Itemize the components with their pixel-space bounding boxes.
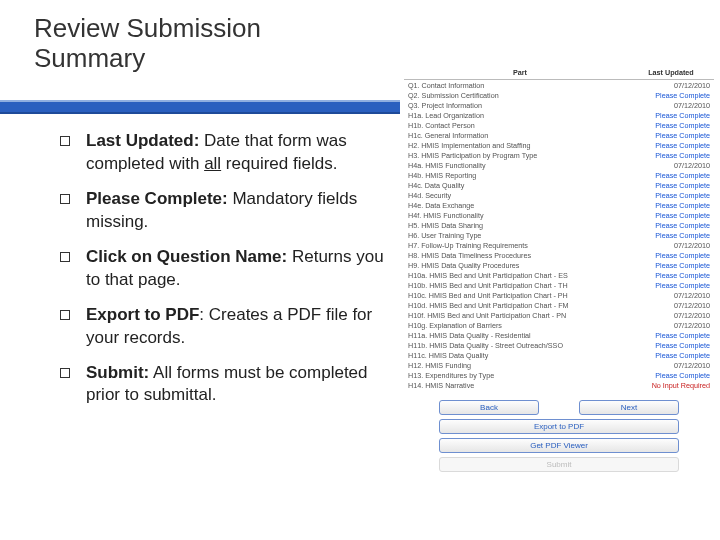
table-row: H10b. HMIS Bed and Unit Participation Ch… <box>404 280 714 290</box>
status-cell: Please Complete <box>632 201 710 210</box>
nav-button-row: Back Next <box>404 400 714 415</box>
table-row: H11a. HMIS Data Quality - ResidentialPle… <box>404 330 714 340</box>
part-name-link[interactable]: Q2. Submission Certification <box>408 91 632 100</box>
status-cell: 07/12/2010 <box>632 311 710 320</box>
part-name-link[interactable]: H10g. Explanation of Barriers <box>408 321 632 330</box>
status-cell: Please Complete <box>632 231 710 240</box>
status-cell: Please Complete <box>632 151 710 160</box>
part-name-link[interactable]: H5. HMIS Data Sharing <box>408 221 632 230</box>
status-cell: Please Complete <box>632 331 710 340</box>
part-name-link[interactable]: H10b. HMIS Bed and Unit Participation Ch… <box>408 281 632 290</box>
status-cell: Please Complete <box>632 341 710 350</box>
table-row: H4c. Data QualityPlease Complete <box>404 180 714 190</box>
status-cell: Please Complete <box>632 191 710 200</box>
accent-bar <box>0 100 400 114</box>
table-row: H4e. Data ExchangePlease Complete <box>404 200 714 210</box>
part-name-link[interactable]: H2. HMIS Implementation and Staffing <box>408 141 632 150</box>
table-row: H10a. HMIS Bed and Unit Participation Ch… <box>404 270 714 280</box>
status-cell: 07/12/2010 <box>632 301 710 310</box>
part-name-link[interactable]: H10c. HMIS Bed and Unit Participation Ch… <box>408 291 632 300</box>
part-name-link[interactable]: H10a. HMIS Bed and Unit Participation Ch… <box>408 271 632 280</box>
next-button[interactable]: Next <box>579 400 679 415</box>
status-cell: 07/12/2010 <box>632 81 710 90</box>
submit-button[interactable]: Submit <box>439 457 679 472</box>
part-name-link[interactable]: H8. HMIS Data Timeliness Procedures <box>408 251 632 260</box>
table-row: H1a. Lead OrganizationPlease Complete <box>404 110 714 120</box>
part-name-link[interactable]: H10d. HMIS Bed and Unit Participation Ch… <box>408 301 632 310</box>
status-cell: 07/12/2010 <box>632 101 710 110</box>
status-cell: Please Complete <box>632 221 710 230</box>
part-name-link[interactable]: H11b. HMIS Data Quality - Street Outreac… <box>408 341 632 350</box>
table-row: H12. HMIS Funding07/12/2010 <box>404 360 714 370</box>
part-name-link[interactable]: H4d. Security <box>408 191 632 200</box>
table-row: H5. HMIS Data SharingPlease Complete <box>404 220 714 230</box>
part-name-link[interactable]: Q3. Project Information <box>408 101 632 110</box>
status-cell: Please Complete <box>632 121 710 130</box>
export-pdf-button[interactable]: Export to PDF <box>439 419 679 434</box>
part-name-link[interactable]: H1a. Lead Organization <box>408 111 632 120</box>
table-row: H11b. HMIS Data Quality - Street Outreac… <box>404 340 714 350</box>
list-item: Export to PDF: Creates a PDF file for yo… <box>60 304 400 350</box>
bullet-list: Last Updated: Date that form was complet… <box>60 130 400 419</box>
get-pdf-viewer-button[interactable]: Get PDF Viewer <box>439 438 679 453</box>
part-name-link[interactable]: H4e. Data Exchange <box>408 201 632 210</box>
part-name-link[interactable]: H6. User Training Type <box>408 231 632 240</box>
status-cell: Please Complete <box>632 181 710 190</box>
table-row: H14. HMIS NarrativeNo Input Required <box>404 380 714 390</box>
status-cell: Please Complete <box>632 371 710 380</box>
part-name-link[interactable]: H4f. HMIS Functionality <box>408 211 632 220</box>
table-row: Q2. Submission CertificationPlease Compl… <box>404 90 714 100</box>
table-row: H4f. HMIS FunctionalityPlease Complete <box>404 210 714 220</box>
table-row: H6. User Training TypePlease Complete <box>404 230 714 240</box>
status-cell: 07/12/2010 <box>632 321 710 330</box>
table-row: H9. HMIS Data Quality ProceduresPlease C… <box>404 260 714 270</box>
table-row: H4b. HMIS ReportingPlease Complete <box>404 170 714 180</box>
col-part: Part <box>408 68 632 77</box>
part-name-link[interactable]: H1b. Contact Person <box>408 121 632 130</box>
col-updated: Last Updated <box>632 68 710 77</box>
status-cell: Please Complete <box>632 271 710 280</box>
table-row: H4d. SecurityPlease Complete <box>404 190 714 200</box>
table-row: H1c. General InformationPlease Complete <box>404 130 714 140</box>
part-name-link[interactable]: H11c. HMIS Data Quality <box>408 351 632 360</box>
part-name-link[interactable]: Q1. Contact Information <box>408 81 632 90</box>
table-row: H1b. Contact PersonPlease Complete <box>404 120 714 130</box>
table-row: H10g. Explanation of Barriers07/12/2010 <box>404 320 714 330</box>
table-row: H10c. HMIS Bed and Unit Participation Ch… <box>404 290 714 300</box>
status-cell: No Input Required <box>632 381 710 390</box>
table-row: H10f. HMIS Bed and Unit Participation Ch… <box>404 310 714 320</box>
part-name-link[interactable]: H12. HMIS Funding <box>408 361 632 370</box>
status-cell: 07/12/2010 <box>632 241 710 250</box>
part-name-link[interactable]: H9. HMIS Data Quality Procedures <box>408 261 632 270</box>
part-name-link[interactable]: H4b. HMIS Reporting <box>408 171 632 180</box>
table-row: H7. Follow-Up Training Requirements07/12… <box>404 240 714 250</box>
part-name-link[interactable]: H1c. General Information <box>408 131 632 140</box>
status-cell: Please Complete <box>632 281 710 290</box>
part-name-link[interactable]: H14. HMIS Narrative <box>408 381 632 390</box>
table-row: H13. Expenditures by TypePlease Complete <box>404 370 714 380</box>
status-cell: Please Complete <box>632 131 710 140</box>
list-item: Last Updated: Date that form was complet… <box>60 130 400 176</box>
status-cell: Please Complete <box>632 141 710 150</box>
part-name-link[interactable]: H11a. HMIS Data Quality - Residential <box>408 331 632 340</box>
part-name-link[interactable]: H10f. HMIS Bed and Unit Participation Ch… <box>408 311 632 320</box>
status-cell: 07/12/2010 <box>632 291 710 300</box>
status-cell: Please Complete <box>632 171 710 180</box>
part-name-link[interactable]: H3. HMIS Participation by Program Type <box>408 151 632 160</box>
table-row: H3. HMIS Participation by Program TypePl… <box>404 150 714 160</box>
summary-panel: Part Last Updated Q1. Contact Informatio… <box>404 66 714 472</box>
status-cell: 07/12/2010 <box>632 361 710 370</box>
part-name-link[interactable]: H4c. Data Quality <box>408 181 632 190</box>
back-button[interactable]: Back <box>439 400 539 415</box>
table-row: H11c. HMIS Data QualityPlease Complete <box>404 350 714 360</box>
status-cell: Please Complete <box>632 91 710 100</box>
list-item: Please Complete: Mandatory fields missin… <box>60 188 400 234</box>
part-name-link[interactable]: H4a. HMIS Functionality <box>408 161 632 170</box>
table-row: H8. HMIS Data Timeliness ProceduresPleas… <box>404 250 714 260</box>
panel-header-row: Part Last Updated <box>404 66 714 80</box>
part-name-link[interactable]: H13. Expenditures by Type <box>408 371 632 380</box>
part-name-link[interactable]: H7. Follow-Up Training Requirements <box>408 241 632 250</box>
status-cell: Please Complete <box>632 111 710 120</box>
status-cell: Please Complete <box>632 351 710 360</box>
table-row: H2. HMIS Implementation and StaffingPlea… <box>404 140 714 150</box>
